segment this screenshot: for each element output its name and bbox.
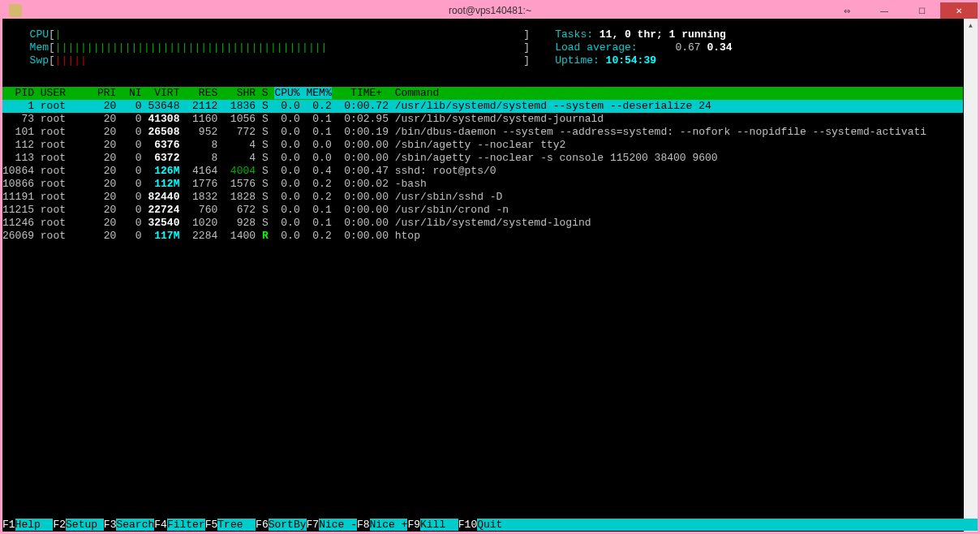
fkey-label[interactable]: Filter bbox=[167, 519, 205, 531]
fkey-f6[interactable]: F6 bbox=[256, 519, 269, 531]
process-row[interactable]: 10866 root 20 0 112M 1776 1576 S 0.0 0.2… bbox=[2, 178, 963, 191]
process-row[interactable]: 113 root 20 0 6372 8 4 S 0.0 0.0 0:00.00… bbox=[2, 152, 963, 165]
process-row[interactable]: 26069 root 20 0 117M 2284 1400 R 0.0 0.2… bbox=[2, 230, 963, 243]
fkey-label[interactable]: Nice + bbox=[370, 519, 408, 531]
fkey-label[interactable]: Kill bbox=[420, 519, 458, 531]
window-titlebar[interactable]: root@vps140481:~ ⇔ — ☐ ✕ bbox=[2, 2, 978, 19]
scroll-up-icon[interactable]: ▲ bbox=[964, 19, 978, 32]
process-row[interactable]: 11215 root 20 0 22724 760 672 S 0.0 0.1 … bbox=[2, 204, 963, 217]
fkey-f8[interactable]: F8 bbox=[357, 519, 370, 531]
process-row[interactable]: 1 root 20 0 53648 2112 1836 S 0.0 0.2 0:… bbox=[2, 100, 963, 113]
fkey-label[interactable]: Quit bbox=[477, 519, 515, 531]
fkey-f1[interactable]: F1 bbox=[2, 519, 15, 531]
process-row[interactable]: 10864 root 20 0 126M 4164 4004 S 0.0 0.4… bbox=[2, 165, 963, 178]
window-title: root@vps140481:~ bbox=[449, 5, 531, 16]
fkey-f4[interactable]: F4 bbox=[154, 519, 167, 531]
process-row[interactable]: 11246 root 20 0 32540 1020 928 S 0.0 0.1… bbox=[2, 217, 963, 230]
fkey-label[interactable]: Search bbox=[116, 519, 154, 531]
fkey-label[interactable]: Tree bbox=[217, 519, 256, 531]
process-row[interactable]: 73 root 20 0 41308 1160 1056 S 0.0 0.1 0… bbox=[2, 113, 963, 126]
terminal[interactable]: CPU[| ] Tasks: 11, 0 thr; 1 running Mem[… bbox=[2, 19, 978, 532]
fkey-f5[interactable]: F5 bbox=[205, 519, 218, 531]
maximize-button[interactable]: ☐ bbox=[903, 2, 940, 19]
process-row[interactable]: 112 root 20 0 6376 8 4 S 0.0 0.0 0:00.00… bbox=[2, 139, 963, 152]
fkey-f10[interactable]: F10 bbox=[458, 519, 477, 531]
resize-button[interactable]: ⇔ bbox=[828, 2, 866, 19]
fkey-f3[interactable]: F3 bbox=[104, 519, 117, 531]
scrollbar[interactable]: ▲ ▼ bbox=[964, 19, 978, 532]
fkey-label[interactable]: Nice - bbox=[319, 519, 357, 531]
fkey-label[interactable]: Setup bbox=[66, 519, 104, 531]
function-key-bar: F1Help F2Setup F3SearchF4FilterF5Tree F6… bbox=[2, 519, 964, 532]
close-button[interactable]: ✕ bbox=[940, 2, 978, 19]
fkey-label[interactable]: Help bbox=[15, 519, 54, 531]
fkey-label[interactable]: SortBy bbox=[269, 519, 307, 531]
minimize-button[interactable]: — bbox=[866, 2, 903, 19]
fkey-f7[interactable]: F7 bbox=[307, 519, 320, 531]
fkey-f2[interactable]: F2 bbox=[53, 519, 66, 531]
app-icon bbox=[9, 4, 22, 17]
process-header[interactable]: PID USER PRI NI VIRT RES SHR S CPU% MEM%… bbox=[2, 87, 963, 100]
process-row[interactable]: 11191 root 20 0 82440 1832 1828 S 0.0 0.… bbox=[2, 191, 963, 204]
fkey-f9[interactable]: F9 bbox=[407, 519, 420, 531]
process-row[interactable]: 101 root 20 0 26508 952 772 S 0.0 0.1 0:… bbox=[2, 126, 963, 139]
